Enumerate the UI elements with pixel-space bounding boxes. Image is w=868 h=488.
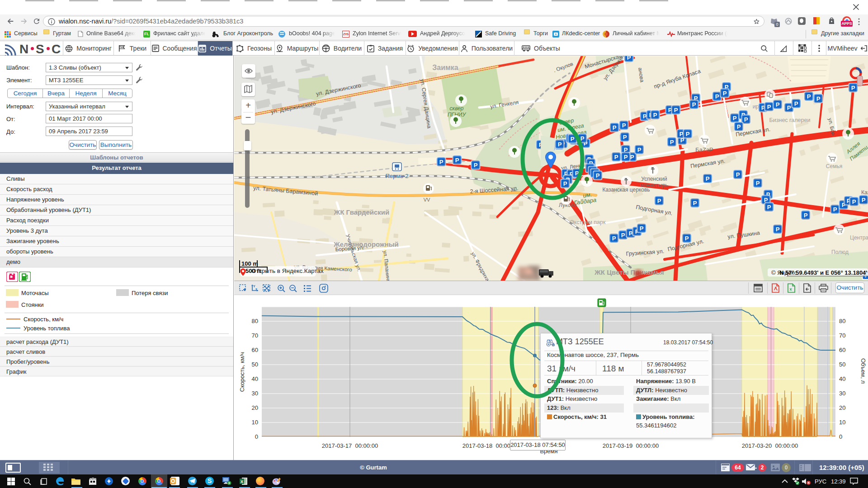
svg-text:P: P bbox=[558, 141, 562, 148]
svg-text:P: P bbox=[623, 134, 627, 141]
svg-text:P: P bbox=[776, 226, 780, 233]
svg-text:P: P bbox=[804, 212, 808, 219]
svg-text:P: P bbox=[624, 154, 628, 160]
svg-text:P: P bbox=[833, 206, 837, 213]
svg-text:VV: VV bbox=[424, 197, 430, 202]
svg-text:P: P bbox=[455, 157, 459, 164]
svg-text:0: 0 bbox=[839, 433, 842, 440]
svg-text:ЖК Цветы Прикамья: ЖК Цветы Прикамья bbox=[594, 268, 664, 276]
svg-text:P: P bbox=[612, 235, 616, 242]
svg-text:80: 80 bbox=[839, 318, 845, 324]
svg-text:P: P bbox=[571, 136, 575, 142]
svg-text:N 57° 59.6493' и E 056° 13.180: N 57° 59.6493' и E 056° 13.1804' bbox=[779, 269, 867, 276]
svg-text:60: 60 bbox=[252, 347, 258, 353]
svg-text:P: P bbox=[622, 122, 626, 129]
svg-text:P: P bbox=[474, 162, 478, 169]
svg-text:P: P bbox=[692, 101, 696, 108]
svg-text:P: P bbox=[723, 90, 727, 97]
svg-text:P: P bbox=[621, 232, 625, 239]
svg-text:80: 80 bbox=[252, 318, 258, 324]
svg-text:P: P bbox=[862, 197, 866, 203]
svg-text:P: P bbox=[674, 107, 678, 113]
svg-text:P: P bbox=[627, 56, 631, 61]
svg-text:30: 30 bbox=[839, 390, 845, 397]
svg-text:P: P bbox=[764, 197, 768, 203]
svg-text:P: P bbox=[629, 230, 633, 237]
svg-text:P: P bbox=[670, 139, 674, 145]
svg-text:ЖК Гвардейский: ЖК Гвардейский bbox=[334, 208, 390, 216]
svg-text:сквер: сквер bbox=[449, 105, 463, 112]
svg-text:P: P bbox=[596, 172, 600, 179]
svg-text:Успенский: Успенский bbox=[641, 176, 667, 182]
svg-text:P: P bbox=[439, 159, 443, 165]
svg-text:P: P bbox=[614, 154, 618, 160]
svg-text:P: P bbox=[767, 204, 771, 211]
svg-text:P: P bbox=[736, 171, 740, 178]
svg-text:Пермь-2: Пермь-2 bbox=[385, 173, 408, 179]
svg-text:P: P bbox=[852, 198, 856, 205]
svg-text:Объем, л: Объем, л bbox=[860, 358, 867, 384]
svg-text:P: P bbox=[685, 235, 689, 242]
svg-text:2017-03-19 00:00:00: 2017-03-19 00:00:00 bbox=[603, 442, 659, 449]
svg-text:x: x bbox=[790, 287, 792, 291]
svg-text:P: P bbox=[794, 100, 798, 107]
svg-text:20: 20 bbox=[252, 404, 258, 411]
svg-text:20: 20 bbox=[839, 404, 845, 411]
svg-text:40: 40 bbox=[839, 375, 845, 382]
svg-text:Заимка: Заимка bbox=[432, 64, 458, 71]
svg-text:X: X bbox=[241, 479, 243, 484]
svg-text:P: P bbox=[706, 175, 710, 182]
svg-text:P: P bbox=[807, 93, 811, 100]
svg-text:P: P bbox=[816, 95, 821, 102]
svg-text:P: P bbox=[624, 146, 628, 153]
svg-text:P: P bbox=[637, 146, 642, 153]
svg-text:P: P bbox=[686, 131, 690, 137]
svg-text:60: 60 bbox=[839, 347, 845, 353]
svg-text:P: P bbox=[630, 154, 634, 160]
svg-text:P: P bbox=[851, 84, 855, 91]
svg-text:P: P bbox=[563, 180, 567, 187]
svg-text:P: P bbox=[744, 116, 748, 123]
svg-text:Семья: Семья bbox=[826, 163, 842, 169]
svg-text:0: 0 bbox=[255, 433, 258, 440]
svg-text:P: P bbox=[679, 131, 684, 137]
svg-text:P: P bbox=[715, 93, 719, 100]
svg-text:P: P bbox=[653, 112, 657, 118]
svg-text:P: P bbox=[756, 180, 760, 187]
svg-text:P: P bbox=[787, 104, 791, 111]
svg-text:30: 30 bbox=[252, 390, 258, 397]
svg-text:70: 70 bbox=[839, 332, 845, 339]
svg-text:P: P bbox=[640, 225, 644, 232]
svg-text:P: P bbox=[643, 113, 647, 120]
svg-text:Центральн: Центральн bbox=[850, 235, 868, 241]
svg-text:10: 10 bbox=[839, 419, 845, 426]
svg-text:40: 40 bbox=[252, 375, 258, 382]
svg-text:50: 50 bbox=[252, 361, 258, 368]
svg-text:Бизнес галереи: Бизнес галереи bbox=[769, 117, 811, 123]
svg-text:P: P bbox=[657, 197, 661, 204]
svg-text:x: x bbox=[255, 287, 257, 291]
svg-text:70: 70 bbox=[252, 332, 258, 339]
svg-text:2017-03-17 00:00:00: 2017-03-17 00:00:00 bbox=[322, 442, 378, 449]
svg-text:10: 10 bbox=[252, 419, 258, 426]
svg-text:Казанская церковь: Казанская церковь bbox=[602, 187, 650, 193]
svg-text:P: P bbox=[613, 124, 617, 131]
svg-text:Скорость, км/ч: Скорость, км/ч bbox=[239, 352, 245, 392]
svg-text:P: P bbox=[776, 101, 780, 108]
svg-text:2017-03-20 00:00:00: 2017-03-20 00:00:00 bbox=[742, 442, 798, 449]
svg-text:P: P bbox=[733, 115, 737, 122]
svg-text:БаZаР: БаZаР bbox=[695, 146, 713, 153]
svg-text:P: P bbox=[693, 200, 697, 206]
svg-text:Каза: Каза bbox=[861, 189, 868, 196]
svg-text:P: P bbox=[737, 123, 741, 130]
svg-text:P: P bbox=[767, 103, 771, 110]
svg-text:50: 50 bbox=[839, 361, 845, 368]
svg-text:Полюд: Полюд bbox=[831, 249, 849, 255]
svg-text:Экстрим парк: Экстрим парк bbox=[570, 219, 606, 225]
